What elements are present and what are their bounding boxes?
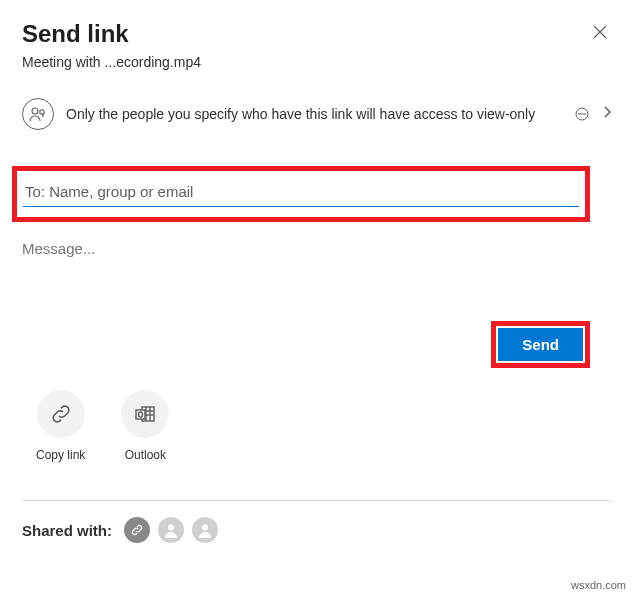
dialog-title: Send link xyxy=(22,20,201,48)
svg-point-11 xyxy=(168,525,174,531)
shared-with-label: Shared with: xyxy=(22,522,112,539)
watermark: wsxdn.com xyxy=(571,579,626,591)
shared-person-avatar[interactable] xyxy=(158,517,184,543)
send-button[interactable]: Send xyxy=(498,328,583,361)
outlook-button[interactable]: Outlook xyxy=(121,390,169,462)
send-row: Send xyxy=(22,321,612,368)
shared-person-avatar[interactable] xyxy=(192,517,218,543)
block-download-icon xyxy=(574,106,590,122)
svg-point-12 xyxy=(202,525,208,531)
permission-text: Only the people you specify who have thi… xyxy=(66,106,558,122)
close-icon xyxy=(592,24,608,40)
shared-link-avatar[interactable] xyxy=(124,517,150,543)
svg-point-0 xyxy=(32,108,38,114)
to-field-highlight xyxy=(12,166,590,222)
chevron-right-icon xyxy=(602,105,612,123)
copy-link-button[interactable]: Copy link xyxy=(36,390,85,462)
outlook-icon xyxy=(121,390,169,438)
outlook-label: Outlook xyxy=(125,448,166,462)
to-input[interactable] xyxy=(23,181,579,207)
copy-link-icon xyxy=(37,390,85,438)
shared-with-row: Shared with: xyxy=(22,517,612,543)
permission-row[interactable]: Only the people you specify who have thi… xyxy=(22,98,612,130)
divider xyxy=(22,500,612,501)
dialog-header: Send link Meeting with ...ecording.mp4 xyxy=(22,20,612,70)
filename-label: Meeting with ...ecording.mp4 xyxy=(22,54,201,70)
secondary-actions: Copy link Outlook xyxy=(36,390,612,462)
send-button-highlight: Send xyxy=(491,321,590,368)
close-button[interactable] xyxy=(588,20,612,44)
title-block: Send link Meeting with ...ecording.mp4 xyxy=(22,20,201,70)
send-link-dialog: Send link Meeting with ...ecording.mp4 O… xyxy=(0,0,634,563)
people-specific-icon xyxy=(22,98,54,130)
message-input[interactable] xyxy=(22,240,612,257)
copy-link-label: Copy link xyxy=(36,448,85,462)
